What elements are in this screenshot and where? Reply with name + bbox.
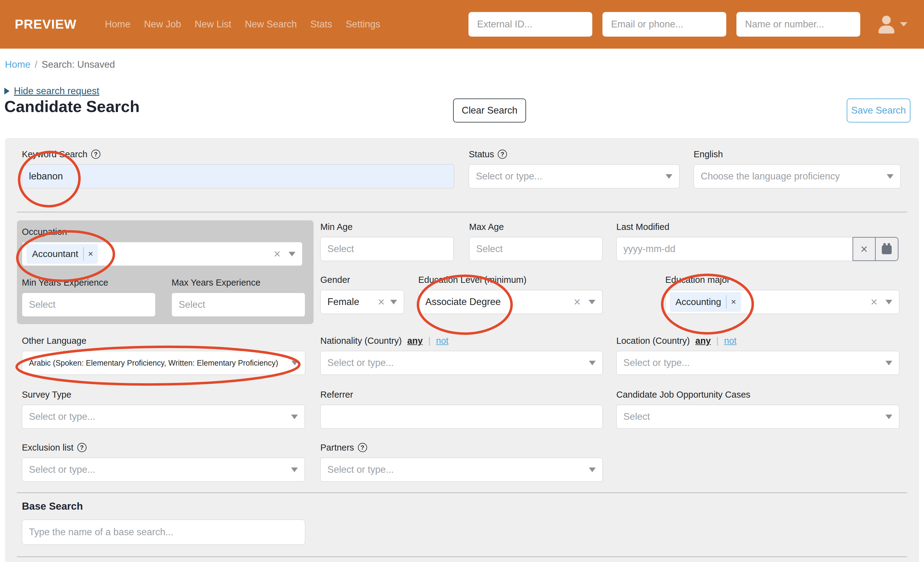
help-icon[interactable]: ? bbox=[498, 149, 507, 159]
nationality-label-row: Nationality (Country) any | not bbox=[320, 335, 603, 346]
last-modified-label: Last Modified bbox=[616, 221, 899, 232]
max-age-label: Max Age bbox=[469, 221, 603, 232]
occupation-label: Occupation bbox=[22, 227, 303, 237]
education-major-tag: Accounting × bbox=[670, 292, 741, 312]
clear-selection-icon[interactable]: × bbox=[574, 296, 580, 308]
nationality-label: Nationality (Country) bbox=[320, 336, 402, 346]
chevron-down-icon bbox=[291, 415, 298, 419]
tag-divider bbox=[83, 247, 84, 261]
nav-new-job[interactable]: New Job bbox=[144, 19, 181, 30]
max-age-input[interactable] bbox=[469, 237, 603, 261]
base-search-title: Base Search bbox=[22, 501, 83, 512]
remove-tag-icon[interactable]: × bbox=[88, 249, 98, 259]
partners-field: Partners ? Select or type... bbox=[320, 442, 603, 482]
min-age-input[interactable] bbox=[320, 237, 454, 261]
referrer-input[interactable] bbox=[320, 405, 603, 429]
remove-tag-icon[interactable]: × bbox=[731, 297, 741, 307]
referrer-label: Referrer bbox=[320, 389, 603, 400]
max-years-experience-input[interactable] bbox=[171, 293, 305, 317]
min-years-experience-input[interactable] bbox=[22, 293, 156, 317]
status-field: Status ? Select or type... bbox=[469, 149, 680, 188]
gender-select[interactable]: Female × bbox=[320, 290, 404, 314]
location-not-link[interactable]: not bbox=[724, 336, 736, 346]
chevron-down-icon bbox=[885, 300, 892, 304]
survey-type-field: Survey Type Select or type... bbox=[22, 389, 305, 429]
location-any-link[interactable]: any bbox=[696, 336, 711, 346]
min-age-field: Min Age bbox=[320, 221, 454, 261]
other-language-field: Other Language Arabic (Spoken: Elementar… bbox=[22, 335, 305, 375]
occupation-field: Occupation Accountant × × bbox=[22, 227, 303, 266]
user-menu[interactable] bbox=[878, 15, 908, 34]
min-age-label: Min Age bbox=[320, 221, 454, 232]
header-quick-search bbox=[468, 12, 908, 37]
brand-logo: PREVIEW bbox=[15, 17, 77, 32]
nationality-field: Nationality (Country) any | not Select o… bbox=[320, 335, 603, 375]
nav-stats[interactable]: Stats bbox=[310, 19, 332, 30]
education-level-select[interactable]: Associate Degree × bbox=[418, 290, 603, 314]
status-label: Status ? bbox=[469, 149, 680, 160]
location-label: Location (Country) bbox=[616, 336, 690, 346]
chevron-down-icon bbox=[885, 361, 892, 365]
nationality-select[interactable]: Select or type... bbox=[320, 351, 603, 375]
help-icon[interactable]: ? bbox=[91, 149, 100, 159]
top-navbar: PREVIEW Home New Job New List New Search… bbox=[0, 0, 924, 49]
education-level-field: Education Level (minimum) Associate Degr… bbox=[418, 275, 603, 314]
clear-selection-icon[interactable]: × bbox=[378, 296, 385, 308]
education-level-label: Education Level (minimum) bbox=[418, 275, 603, 285]
divider bbox=[17, 492, 907, 493]
save-search-button[interactable]: Save Search bbox=[847, 99, 910, 123]
email-phone-input[interactable] bbox=[603, 12, 726, 37]
keyword-search-input[interactable] bbox=[22, 164, 454, 188]
occupation-tag: Accountant × bbox=[27, 244, 98, 264]
other-language-select[interactable]: Arabic (Spoken: Elementary Proficiency, … bbox=[22, 351, 305, 375]
gender-field: Gender Female × bbox=[320, 275, 404, 314]
clear-date-button[interactable]: × bbox=[852, 237, 876, 261]
referrer-field: Referrer bbox=[320, 389, 603, 429]
hide-search-request-link[interactable]: Hide search request bbox=[4, 85, 99, 97]
nationality-not-link[interactable]: not bbox=[436, 336, 448, 346]
exclusion-list-select[interactable]: Select or type... bbox=[22, 458, 305, 482]
exclusion-list-label: Exclusion list ? bbox=[22, 442, 305, 453]
option-separator: | bbox=[716, 336, 719, 346]
last-modified-input[interactable] bbox=[616, 237, 853, 261]
nationality-any-link[interactable]: any bbox=[407, 336, 423, 346]
chevron-down-icon bbox=[289, 252, 296, 256]
survey-type-select[interactable]: Select or type... bbox=[22, 405, 305, 429]
status-select[interactable]: Select or type... bbox=[469, 164, 680, 188]
location-label-row: Location (Country) any | not bbox=[616, 335, 899, 346]
chevron-down-icon bbox=[589, 468, 596, 472]
nav-settings[interactable]: Settings bbox=[346, 19, 380, 30]
clear-selection-icon[interactable]: × bbox=[871, 296, 878, 308]
clear-selection-icon[interactable]: × bbox=[274, 248, 280, 260]
nav-new-list[interactable]: New List bbox=[195, 19, 231, 30]
last-modified-control: × bbox=[616, 237, 899, 261]
breadcrumb-home-link[interactable]: Home bbox=[5, 59, 30, 70]
occupation-select[interactable]: Accountant × × bbox=[22, 242, 303, 266]
external-id-input[interactable] bbox=[468, 12, 592, 37]
max-age-field: Max Age bbox=[469, 221, 603, 261]
min-years-experience-field: Min Years Experience bbox=[22, 277, 156, 317]
divider bbox=[17, 212, 907, 212]
help-icon[interactable]: ? bbox=[358, 443, 367, 452]
job-opportunity-cases-select[interactable]: Select bbox=[616, 405, 899, 429]
main-nav: Home New Job New List New Search Stats S… bbox=[105, 19, 380, 30]
calendar-button[interactable] bbox=[875, 237, 898, 261]
location-select[interactable]: Select or type... bbox=[616, 351, 899, 375]
max-years-experience-field: Max Years Experience bbox=[171, 277, 305, 317]
english-label: English bbox=[694, 149, 901, 160]
nav-home[interactable]: Home bbox=[105, 19, 130, 30]
base-search-input[interactable] bbox=[22, 520, 305, 545]
help-icon[interactable]: ? bbox=[77, 443, 87, 452]
clear-search-button[interactable]: Clear Search bbox=[453, 99, 526, 123]
chevron-down-icon bbox=[589, 300, 596, 304]
min-years-experience-label: Min Years Experience bbox=[22, 277, 156, 288]
breadcrumb-current: Search: Unsaved bbox=[42, 59, 115, 70]
nav-new-search[interactable]: New Search bbox=[245, 19, 297, 30]
name-number-input[interactable] bbox=[736, 12, 860, 37]
education-major-select[interactable]: Accounting × × bbox=[665, 290, 899, 314]
chevron-down-icon bbox=[666, 174, 672, 179]
english-proficiency-select[interactable]: Choose the language proficiency bbox=[694, 164, 901, 188]
chevron-down-icon bbox=[291, 361, 298, 365]
partners-select[interactable]: Select or type... bbox=[320, 458, 603, 482]
survey-type-label: Survey Type bbox=[22, 389, 305, 400]
